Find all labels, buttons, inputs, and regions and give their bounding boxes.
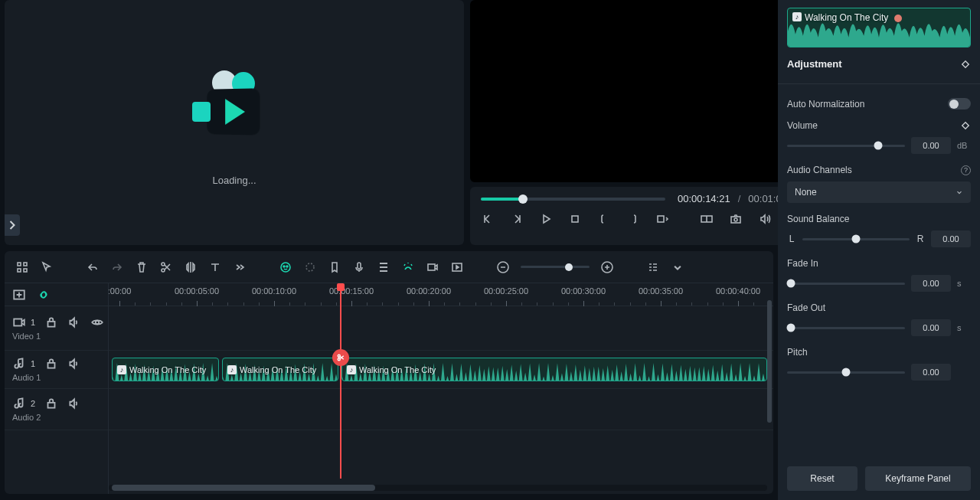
audio-clip[interactable]: Walking On The City: [112, 358, 219, 381]
clip-options-button[interactable]: [655, 212, 669, 226]
pitch-slider[interactable]: [787, 371, 905, 374]
expand-media-panel-button[interactable]: [5, 214, 20, 236]
zoom-slider[interactable]: [521, 266, 590, 268]
clip-title: Walking On The City: [359, 365, 436, 374]
pitch-value[interactable]: 0.00: [911, 364, 951, 381]
split-indicator-icon[interactable]: [332, 349, 349, 366]
audio-edit-button[interactable]: [184, 260, 198, 274]
svg-rect-21: [14, 319, 21, 326]
selection-tool-button[interactable]: [40, 260, 54, 274]
svg-rect-8: [24, 269, 27, 272]
audio2-track-mute-button[interactable]: [67, 397, 81, 410]
track-header-audio2[interactable]: 2 Audio 2: [5, 389, 108, 430]
sound-balance-label: Sound Balance: [787, 214, 971, 224]
fade-out-slider[interactable]: [787, 327, 905, 329]
svg-point-13: [286, 266, 288, 267]
svg-point-23: [96, 321, 100, 325]
preview-progress-track[interactable]: [481, 198, 665, 201]
more-tools-button[interactable]: [233, 260, 247, 274]
audio-channels-help-icon[interactable]: ?: [961, 165, 971, 175]
stop-button[interactable]: [568, 212, 582, 226]
svg-rect-15: [358, 263, 361, 269]
audio1-track-label: Audio 1: [12, 373, 100, 382]
audio2-lane[interactable]: [109, 389, 773, 430]
track-display-button[interactable]: [646, 260, 660, 274]
prev-frame-button[interactable]: [481, 212, 495, 226]
zoom-in-button[interactable]: [600, 260, 614, 274]
music-note-icon: [227, 365, 237, 374]
fade-out-label: Fade Out: [787, 302, 971, 313]
video-track-lock-button[interactable]: [44, 315, 58, 329]
volume-slider[interactable]: [787, 145, 905, 147]
selected-clip-preview[interactable]: Walking On The City: [787, 8, 971, 47]
keyframe-diamond-icon[interactable]: [960, 59, 971, 70]
volume-value[interactable]: 0.00: [911, 137, 951, 154]
track-header-video1[interactable]: 1 Video 1: [5, 306, 108, 351]
audio-mixer-button[interactable]: [377, 260, 390, 274]
audio1-track-lock-button[interactable]: [44, 357, 58, 371]
audio1-lane[interactable]: Walking On The CityWalking On The CityWa…: [109, 351, 773, 389]
fade-in-slider[interactable]: [787, 283, 905, 285]
snapshot-button[interactable]: [729, 212, 743, 226]
video-track-visibility-button[interactable]: [90, 315, 104, 329]
sound-balance-value[interactable]: 0.00: [931, 230, 971, 247]
play-button[interactable]: [539, 212, 553, 226]
zoom-out-button[interactable]: [496, 260, 510, 274]
audio2-track-lock-button[interactable]: [44, 397, 58, 410]
reset-button[interactable]: Reset: [787, 466, 858, 491]
add-track-button[interactable]: [12, 288, 26, 302]
track-display-menu-button[interactable]: [671, 260, 684, 274]
preview-current-time: 00:00:14:21: [678, 193, 730, 204]
playhead[interactable]: [340, 283, 341, 479]
fade-out-value[interactable]: 0.00: [911, 319, 951, 336]
split-button[interactable]: [159, 260, 173, 274]
mark-out-button[interactable]: [626, 212, 640, 226]
redo-button[interactable]: [110, 260, 124, 274]
ai-tools-button[interactable]: [279, 260, 292, 274]
svg-rect-29: [962, 123, 969, 129]
marker-button[interactable]: [328, 260, 341, 274]
clip-title: Walking On The City: [240, 365, 316, 374]
audio2-track-index: 2: [31, 399, 35, 408]
adjustment-section-header[interactable]: Adjustment: [787, 58, 971, 70]
record-screen-button[interactable]: [426, 260, 439, 274]
audio-clip[interactable]: Walking On The City: [341, 358, 767, 381]
volume-keyframe-icon[interactable]: [960, 120, 971, 131]
compare-view-button[interactable]: [700, 212, 714, 226]
effects-moon-button[interactable]: [303, 260, 317, 274]
audio-clip[interactable]: Walking On The City: [222, 358, 338, 381]
fade-in-value[interactable]: 0.00: [911, 275, 951, 292]
mark-in-button[interactable]: [597, 212, 611, 226]
smart-mode-button[interactable]: [401, 260, 415, 274]
video-track-icon: [12, 315, 26, 329]
video-lane[interactable]: [109, 306, 773, 351]
link-tracks-button[interactable]: [37, 288, 51, 302]
properties-panel: Walking On The City Adjustment Auto Norm…: [778, 0, 980, 500]
auto-normalization-toggle[interactable]: [948, 98, 971, 109]
track-header-audio1[interactable]: 1 Audio 1: [5, 351, 108, 389]
next-frame-button[interactable]: [510, 212, 524, 226]
time-separator: /: [738, 193, 741, 204]
keyframe-panel-button[interactable]: Keyframe Panel: [865, 466, 971, 491]
video-track-mute-button[interactable]: [67, 315, 81, 329]
preview-viewport[interactable]: [470, 0, 812, 182]
audio1-track-index: 1: [31, 359, 35, 368]
fade-in-unit: s: [957, 279, 971, 288]
render-button[interactable]: [450, 260, 464, 274]
svg-rect-24: [48, 363, 55, 368]
adjustment-label: Adjustment: [787, 58, 842, 70]
audio1-track-mute-button[interactable]: [67, 357, 81, 371]
delete-button[interactable]: [135, 260, 149, 274]
sound-balance-slider[interactable]: [802, 238, 910, 240]
voiceover-button[interactable]: [352, 260, 366, 274]
timeline-ruler[interactable]: :00:0000:00:05:0000:00:10:0000:00:15:000…: [109, 283, 773, 306]
timeline-horizontal-scrollbar[interactable]: [109, 485, 767, 491]
text-tool-button[interactable]: [208, 260, 222, 274]
timeline-vertical-scrollbar[interactable]: [767, 300, 772, 423]
svg-point-11: [281, 263, 290, 272]
undo-button[interactable]: [86, 260, 100, 274]
audio-channels-select[interactable]: None: [787, 181, 971, 203]
svg-point-10: [162, 269, 165, 272]
arrange-tracks-button[interactable]: [15, 260, 29, 274]
preview-audio-button[interactable]: [758, 212, 772, 226]
